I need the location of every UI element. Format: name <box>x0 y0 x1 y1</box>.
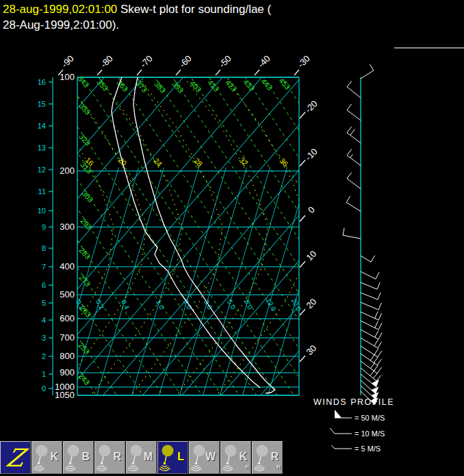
toolbar-button-letter: K <box>239 451 247 462</box>
svg-text:433: 433 <box>242 77 256 92</box>
toolbar-button-letter: W <box>205 451 216 462</box>
svg-text:-60: -60 <box>177 53 194 70</box>
toolbar-button-rr[interactable]: RR <box>252 441 283 474</box>
toolbar: ZKBRMLWKRRR <box>0 441 283 474</box>
svg-text:323: 323 <box>77 132 92 147</box>
temperature-axis-labels: -90-80-70-60-50-40-30-20-100102030 <box>58 53 320 362</box>
svg-text:-30: -30 <box>296 53 312 70</box>
svg-text:1.0: 1.0 <box>155 299 166 311</box>
toolbar-button-r[interactable]: R <box>94 441 125 474</box>
svg-text:253: 253 <box>77 341 91 356</box>
balloon-icon <box>65 444 83 473</box>
svg-text:1: 1 <box>42 370 46 378</box>
svg-text:15: 15 <box>38 100 46 108</box>
svg-text:-50: -50 <box>217 53 233 70</box>
toolbar-button-k[interactable]: K <box>31 441 62 474</box>
toolbar-button-l[interactable]: L <box>157 441 188 474</box>
svg-text:28: 28 <box>192 157 204 168</box>
svg-text:403: 403 <box>188 79 203 94</box>
svg-text:343: 343 <box>76 74 90 89</box>
svg-text:0.2: 0.2 <box>94 299 105 311</box>
svg-text:14: 14 <box>38 122 46 130</box>
svg-text:900: 900 <box>60 367 75 378</box>
svg-text:-90: -90 <box>60 53 76 70</box>
toolbar-button-letter: R <box>270 451 279 462</box>
svg-text:293: 293 <box>79 216 93 231</box>
wind-legend-label: = 5 M/S <box>355 445 381 453</box>
winds-profile-label: WINDS PROFILE <box>313 397 394 407</box>
toolbar-button-kr[interactable]: KR <box>220 441 251 474</box>
svg-text:-10: -10 <box>303 146 320 163</box>
svg-text:283: 283 <box>77 246 92 261</box>
isotherm-lines <box>0 77 464 395</box>
svg-text:1050: 1050 <box>55 390 75 400</box>
svg-text:400: 400 <box>60 261 75 272</box>
svg-text:-80: -80 <box>99 53 115 70</box>
svg-text:2: 2 <box>42 352 46 360</box>
svg-text:453: 453 <box>277 76 292 91</box>
svg-text:0: 0 <box>42 384 46 393</box>
toolbar-button-sub-letter: R <box>245 464 249 470</box>
svg-text:3: 3 <box>42 334 46 342</box>
balloon-icon <box>159 444 177 473</box>
svg-text:-40: -40 <box>256 53 272 70</box>
svg-text:700: 700 <box>60 332 75 343</box>
svg-text:16: 16 <box>38 78 46 86</box>
toolbar-button-z[interactable]: Z <box>0 441 31 474</box>
svg-text:-20: -20 <box>303 98 320 115</box>
toolbar-button-letter: R <box>113 451 121 462</box>
toolbar-button-b[interactable]: B <box>63 441 94 474</box>
wind-legend: = 50 M/S= 10 M/S= 5 M/S <box>330 410 385 453</box>
svg-text:32: 32 <box>237 156 249 168</box>
svg-text:383: 383 <box>153 79 167 94</box>
moist-adiabat-lines <box>23 77 308 395</box>
svg-text:7: 7 <box>42 263 46 271</box>
svg-text:100: 100 <box>60 72 75 82</box>
svg-text:6: 6 <box>42 281 46 289</box>
svg-text:8: 8 <box>42 244 46 252</box>
balloon-icon <box>254 444 272 473</box>
svg-text:11: 11 <box>38 187 46 196</box>
skewt-plot: 1002003004005006007008009001000105016151… <box>0 0 464 476</box>
svg-text:393: 393 <box>170 79 185 94</box>
svg-text:36: 36 <box>278 157 289 168</box>
svg-text:8.0: 8.0 <box>243 299 254 311</box>
svg-text:10: 10 <box>38 207 46 215</box>
svg-text:273: 273 <box>77 273 92 288</box>
svg-text:303: 303 <box>80 189 94 204</box>
svg-text:413: 413 <box>206 78 220 93</box>
svg-text:5: 5 <box>42 299 46 307</box>
toolbar-button-letter: M <box>144 451 153 462</box>
svg-text:800: 800 <box>60 351 75 361</box>
svg-text:363: 363 <box>115 78 129 93</box>
balloon-icon <box>96 444 114 473</box>
pressure-axis-labels: 10020030040050060070080090010001050 <box>55 72 75 400</box>
svg-text:600: 600 <box>60 313 75 323</box>
balloon-icon <box>34 444 51 473</box>
svg-text:500: 500 <box>60 289 75 300</box>
temperature-trace <box>133 77 275 393</box>
svg-text:9: 9 <box>42 223 46 231</box>
svg-text:4: 4 <box>42 316 46 324</box>
toolbar-button-m[interactable]: M <box>126 441 157 474</box>
logo-z-icon: Z <box>0 442 34 473</box>
balloon-icon <box>222 444 240 473</box>
svg-text:443: 443 <box>259 77 274 92</box>
svg-text:300: 300 <box>60 222 75 232</box>
app-window: { "title": { "highlight": "28-aug-1999,0… <box>0 0 464 476</box>
toolbar-button-letter: B <box>81 451 90 462</box>
toolbar-button-w[interactable]: W <box>189 441 220 474</box>
svg-text:12: 12 <box>38 166 46 174</box>
svg-text:30: 30 <box>304 343 318 357</box>
wind-legend-label: = 50 M/S <box>355 414 385 422</box>
svg-text:243: 243 <box>77 371 91 386</box>
toolbar-button-letter: L <box>177 451 184 462</box>
svg-text:423: 423 <box>224 78 238 93</box>
svg-text:200: 200 <box>60 166 75 176</box>
svg-text:13: 13 <box>38 144 46 152</box>
toolbar-button-sub-letter: R <box>276 464 281 470</box>
svg-text:5.0: 5.0 <box>226 299 237 311</box>
svg-text:10: 10 <box>304 248 318 263</box>
svg-text:353: 353 <box>95 77 109 92</box>
toolbar-button-letter: K <box>50 451 58 462</box>
